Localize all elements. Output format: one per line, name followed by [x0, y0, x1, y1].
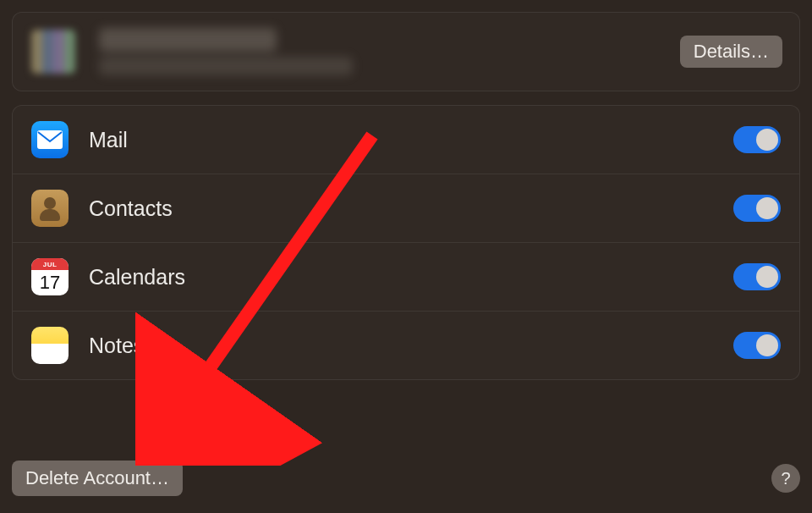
calendars-toggle[interactable] — [733, 263, 781, 290]
delete-account-button[interactable]: Delete Account… — [12, 461, 183, 496]
help-button[interactable]: ? — [771, 464, 800, 493]
service-row-calendars: JUL 17 Calendars — [13, 243, 799, 312]
account-info-text — [99, 28, 680, 75]
service-row-contacts: Contacts — [13, 174, 799, 243]
account-name-blurred — [99, 28, 277, 52]
contacts-toggle[interactable] — [733, 195, 781, 222]
mail-toggle[interactable] — [733, 126, 781, 153]
calendar-month-label: JUL — [31, 258, 69, 270]
details-button[interactable]: Details… — [680, 36, 782, 68]
services-panel: Mail Contacts JUL 17 Calendars Notes — [12, 105, 800, 380]
contacts-icon — [31, 190, 69, 227]
notes-toggle[interactable] — [733, 332, 781, 359]
service-row-notes: Notes — [13, 312, 799, 379]
service-label: Notes — [89, 334, 733, 358]
account-header-panel: Details… — [12, 12, 800, 91]
mail-icon — [31, 121, 69, 158]
svg-rect-0 — [37, 130, 63, 149]
notes-icon — [31, 327, 69, 364]
calendars-icon: JUL 17 — [31, 258, 69, 295]
service-label: Calendars — [89, 265, 733, 290]
account-avatar — [31, 30, 75, 74]
footer: Delete Account… ? — [12, 461, 800, 496]
service-row-mail: Mail — [13, 106, 799, 174]
service-label: Mail — [89, 128, 733, 152]
account-email-blurred — [99, 57, 353, 75]
service-label: Contacts — [89, 196, 733, 221]
calendar-day-label: 17 — [40, 270, 60, 295]
